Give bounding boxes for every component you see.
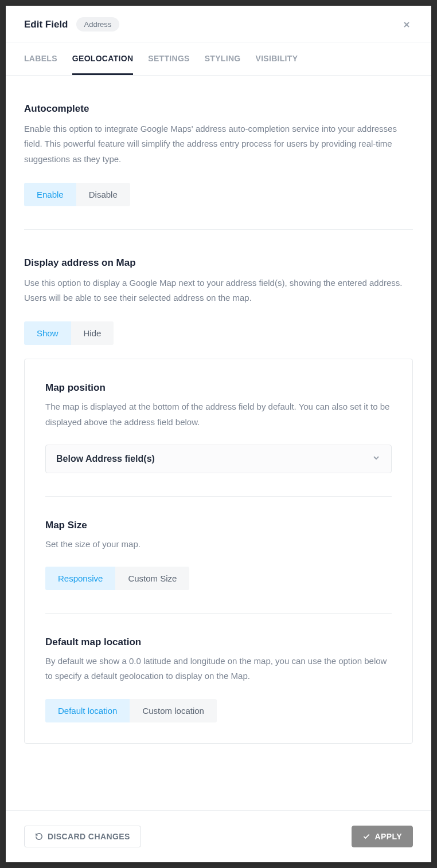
edit-field-modal: Edit Field Address LABELS GEOLOCATION SE… (6, 6, 431, 862)
default-location-section: Default map location By default we show … (45, 613, 392, 722)
modal-title: Edit Field (24, 19, 68, 30)
apply-label: APPLY (375, 832, 402, 841)
tab-labels[interactable]: LABELS (24, 42, 57, 75)
field-type-badge: Address (76, 17, 120, 32)
display-map-toggle: Show Hide (24, 321, 114, 345)
default-location-toggle: Default location Custom location (45, 699, 217, 722)
map-size-custom-button[interactable]: Custom Size (115, 567, 189, 590)
default-location-desc: By default we show a 0.0 latitude and lo… (45, 654, 392, 684)
close-button[interactable] (400, 18, 413, 31)
chevron-down-icon (372, 453, 381, 465)
default-location-title: Default map location (45, 637, 392, 648)
map-position-section: Map position The map is displayed at the… (45, 359, 392, 473)
discard-label: DISCARD CHANGES (48, 832, 130, 841)
autocomplete-toggle: Enable Disable (24, 183, 130, 206)
modal-header: Edit Field Address (6, 6, 431, 42)
tab-geolocation[interactable]: GEOLOCATION (72, 42, 133, 75)
discard-changes-button[interactable]: DISCARD CHANGES (24, 826, 141, 847)
undo-icon (35, 832, 43, 840)
tab-settings[interactable]: SETTINGS (148, 42, 189, 75)
autocomplete-section: Autocomplete Enable this option to integ… (24, 76, 413, 230)
tab-visibility[interactable]: VISIBILITY (256, 42, 298, 75)
map-position-select[interactable]: Below Address field(s) (45, 445, 392, 473)
tab-styling[interactable]: STYLING (205, 42, 241, 75)
display-map-title: Display address on Map (24, 257, 413, 269)
map-size-toggle: Responsive Custom Size (45, 567, 189, 590)
modal-footer: DISCARD CHANGES APPLY (6, 810, 431, 862)
apply-button[interactable]: APPLY (352, 826, 413, 847)
tabs-nav: LABELS GEOLOCATION SETTINGS STYLING VISI… (6, 42, 431, 76)
map-size-title: Map Size (45, 520, 392, 531)
default-location-default-button[interactable]: Default location (45, 699, 130, 722)
display-map-show-button[interactable]: Show (24, 321, 71, 345)
map-settings-panel: Map position The map is displayed at the… (24, 359, 413, 743)
map-position-title: Map position (45, 382, 392, 394)
close-icon (402, 20, 411, 29)
autocomplete-desc: Enable this option to integrate Google M… (24, 121, 413, 167)
autocomplete-enable-button[interactable]: Enable (24, 183, 76, 206)
default-location-custom-button[interactable]: Custom location (130, 699, 217, 722)
map-position-desc: The map is displayed at the bottom of th… (45, 399, 392, 430)
map-size-responsive-button[interactable]: Responsive (45, 567, 115, 590)
autocomplete-title: Autocomplete (24, 103, 413, 115)
display-map-desc: Use this option to display a Google Map … (24, 276, 413, 306)
display-map-section: Display address on Map Use this option t… (24, 230, 413, 744)
map-position-value: Below Address field(s) (56, 454, 155, 464)
check-icon (362, 832, 370, 840)
modal-body: Autocomplete Enable this option to integ… (6, 76, 431, 810)
map-size-desc: Set the size of your map. (45, 537, 392, 552)
map-size-section: Map Size Set the size of your map. Respo… (45, 496, 392, 590)
display-map-hide-button[interactable]: Hide (71, 321, 114, 345)
autocomplete-disable-button[interactable]: Disable (76, 183, 130, 206)
